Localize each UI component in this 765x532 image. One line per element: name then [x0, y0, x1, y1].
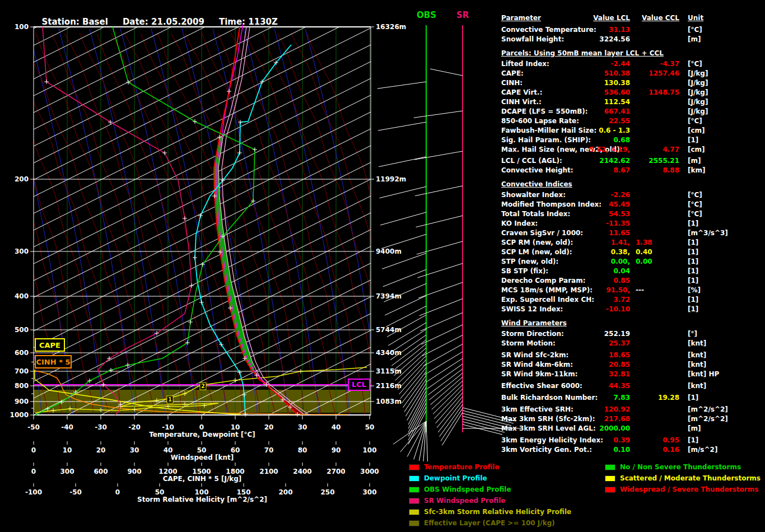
- table-row: SWISS 12 Index:-10.10[1]: [498, 305, 765, 314]
- temp-axis-tick-label: -50: [27, 423, 40, 431]
- obs-wind-barb: [377, 82, 426, 88]
- value-lcl: 510.38: [529, 69, 630, 78]
- cinh-annotation-label: CINH * 5: [36, 358, 70, 366]
- table-row: LCL / CCL (AGL):2142.622555.21[m]: [498, 156, 765, 166]
- value-lcl: -2.26: [529, 190, 630, 200]
- cape-axis-tick-label: 900: [127, 468, 141, 475]
- srh-axis-tick-label: 150: [236, 488, 250, 496]
- table-row: 3km Effective SRH:120.92[m^2/s^2]: [498, 405, 765, 414]
- table-row: Showalter Index:-2.26[°C]: [498, 190, 765, 200]
- unit-label: [cm]: [688, 145, 705, 155]
- unit-label: [1]: [688, 267, 698, 276]
- obs-wind-barb: [380, 212, 426, 225]
- srh-axis-tick-label: 300: [362, 488, 376, 496]
- temp-axis-tick-label: 20: [264, 423, 274, 431]
- table-row: Fawbush-Miller Hail Size:0.6 - 1.3[cm]: [498, 126, 765, 136]
- table-row: Lifted Index:-2.44-4.37[°C]: [498, 59, 765, 69]
- legend-swatch: [409, 464, 419, 470]
- legend-label: Sfc-3km Storm Relative Helicity Profile: [424, 508, 571, 516]
- pressure-tick-label: 400: [15, 292, 29, 300]
- unit-label: [J/kg]: [688, 88, 708, 97]
- value-lcl: 0.68: [529, 136, 630, 145]
- height-label: 4340m: [376, 349, 402, 357]
- unit-label: [cm]: [688, 126, 705, 136]
- value-extra: 0.40: [636, 248, 652, 257]
- table-row: Snowfall Height:3224.56[m]: [498, 35, 765, 44]
- value-lcl: 91.50,: [529, 286, 630, 295]
- value-lcl: 54.53: [529, 209, 630, 219]
- value-lcl: 3.72: [529, 295, 630, 305]
- table-row: Sig. Hail Param. (SHIP):0.68[1]: [498, 136, 765, 145]
- srh-axis-tick-label: 200: [278, 488, 292, 496]
- srh-axis-tick-label: 0: [115, 488, 120, 496]
- temp-axis-title: Temperature, Dewpoint [°C]: [149, 431, 255, 438]
- value-lcl: -10.10: [529, 305, 630, 314]
- cape-axis-tick-label: 600: [94, 468, 108, 475]
- legend-profile-item: OBS Windspeed Profile: [409, 484, 571, 495]
- unit-label: [°C]: [688, 190, 702, 200]
- adiabat-line: [64, 33, 183, 415]
- legend-label: Widespread / Severe Thunderstorms: [620, 486, 758, 493]
- value-lcl: 0.10: [529, 445, 630, 455]
- parcel-ccl-line: [222, 27, 309, 415]
- table-row: CAPE Virt.:536.601148.75[J/kg]: [498, 88, 765, 97]
- table-row: CINH:130.38[J/kg]: [498, 78, 765, 88]
- table-row: Bulk Richardson Number:7.8319.28[1]: [498, 393, 765, 403]
- value-lcl: 0.04: [529, 267, 630, 276]
- table-section-title: Convective Indices: [498, 180, 765, 189]
- value-lcl: 0.38,: [529, 248, 630, 257]
- legend-profile-item: Temperature Profile: [409, 461, 571, 473]
- table-row: KO Index:-11.35[1]: [498, 219, 765, 228]
- unit-label: [°C]: [688, 25, 702, 35]
- wind-axis-tick-label: 20: [96, 446, 106, 454]
- legend-label: Temperature Profile: [424, 463, 500, 471]
- sr-wind-barb: [418, 282, 463, 298]
- table-row: SB STP (fix):0.04[1]: [498, 267, 765, 276]
- sr-wind-barb: [425, 352, 463, 375]
- unit-label: [1]: [688, 276, 698, 286]
- parameter-table: ParameterValue LCLValue CCLUnitConvectiv…: [498, 13, 765, 455]
- value-lcl: 32.81: [529, 370, 630, 379]
- table-row: Convective Height:8.678.88[km]: [498, 166, 765, 175]
- value-lcl: 252.19: [529, 329, 630, 339]
- value-ccl: 1148.75: [630, 88, 679, 97]
- unit-label: [m^2/s^2]: [688, 405, 728, 414]
- value-lcl: 217.68: [529, 414, 630, 424]
- legend-profile-item: Dewpoint Profile: [409, 473, 571, 484]
- value-ccl: 2555.21: [630, 156, 679, 166]
- adiabat-line: [111, 33, 228, 415]
- adiabat-line: [307, 33, 426, 415]
- cape-annotation-label: CAPE: [39, 341, 60, 349]
- temp-axis-tick-label: 30: [298, 423, 307, 431]
- cape-axis-tick-label: 2400: [293, 468, 311, 475]
- sounding-app: { "header": {"station": "Station: Basel"…: [0, 0, 765, 532]
- obs-wind-barb-fan: [419, 421, 426, 461]
- height-label: 11992m: [376, 175, 406, 183]
- unit-label: [m]: [688, 35, 701, 44]
- unit-label: [J/kg]: [688, 97, 708, 107]
- legend-severity-item: No / Non Severe Thunderstorms: [605, 461, 761, 473]
- value-lcl: 25.37: [529, 339, 630, 348]
- pressure-tick-label: 500: [15, 326, 29, 334]
- sr-wind-barb: [430, 69, 463, 76]
- unit-label: [m/s^2]: [688, 445, 717, 455]
- wind-axis-title: Windspeed [knt]: [171, 454, 234, 461]
- sr-wind-barb: [426, 358, 463, 382]
- value-lcl: 112.54: [529, 97, 630, 107]
- temp-axis-tick-label: 40: [332, 423, 341, 431]
- value-lcl: 2142.62: [529, 156, 630, 166]
- obs-wind-barb: [379, 157, 426, 167]
- cape-axis-tick-label: 3000: [360, 468, 379, 475]
- height-label: 9400m: [376, 248, 402, 255]
- value-ccl: 0.95: [630, 436, 679, 445]
- isotherm-line: [0, 27, 205, 415]
- table-row: CAPE:510.381257.46[J/kg]: [498, 69, 765, 78]
- srh-axis-tick-label: 250: [320, 488, 334, 496]
- pressure-tick-label: 300: [15, 248, 29, 255]
- lcl-annotation-label: LCL: [352, 380, 366, 389]
- legend-severity-item: Scattered / Moderate Thunderstorms: [605, 473, 761, 484]
- obs-wind-column-label: OBS: [417, 10, 436, 20]
- cape-axis-tick-label: 1200: [158, 468, 177, 475]
- table-row: MCS 18m/s (MMP, MSP):91.50,---[%]: [498, 286, 765, 295]
- table-row: Craven SigSvr / 1000:11.65[m^3/s^3]: [498, 228, 765, 238]
